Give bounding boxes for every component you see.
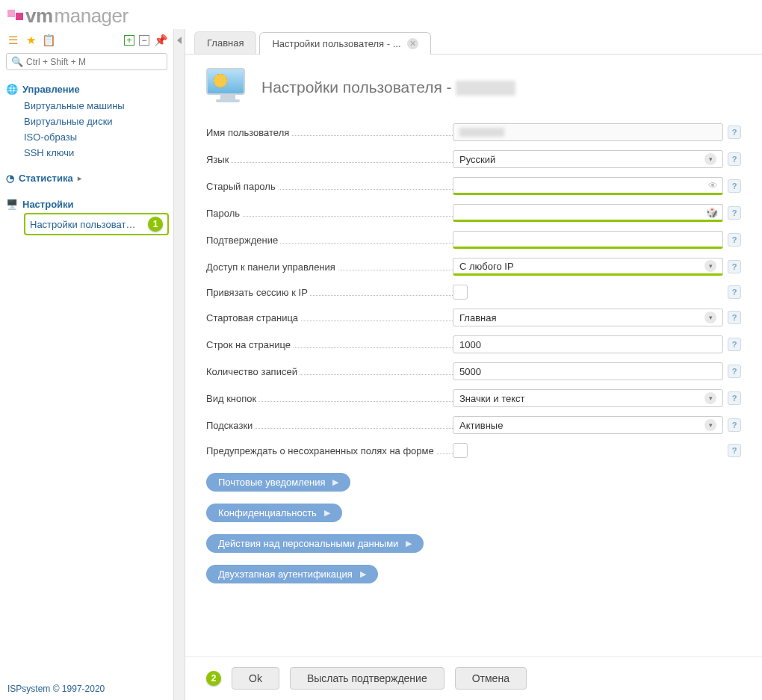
bind-ip-checkbox[interactable] [453,285,468,300]
help-icon[interactable]: ? [728,206,741,220]
username-redacted [456,81,515,96]
lang-select[interactable]: Русский▾ [453,150,723,168]
clipboard-icon[interactable]: 📋 [42,34,55,47]
help-icon[interactable]: ? [728,179,741,193]
nav-item-ssh[interactable]: SSH ключи [24,145,173,161]
chevron-down-icon: ▾ [704,419,716,431]
nav-item-user-settings[interactable]: Настройки пользоват… 1 [24,213,169,235]
warn-label: Предупреждать о несохраненных полях на ф… [206,445,436,456]
action-bar: 2 Ok Выслать подтверждение Отмена [185,656,762,700]
search-input[interactable]: 🔍 [6,53,167,70]
nav-item-disks[interactable]: Виртуальные диски [24,114,173,129]
step-badge-2: 2 [206,671,221,686]
help-icon[interactable]: ? [728,418,741,432]
section-mail[interactable]: Почтовые уведомления▶ [206,473,350,492]
chevron-right-icon: ▶ [324,508,330,518]
nav-item-vms[interactable]: Виртуальные машины [24,98,173,114]
close-icon[interactable]: ✕ [407,38,418,49]
startpage-select[interactable]: Главная▾ [453,309,723,326]
sidebar-collapse[interactable] [173,29,185,700]
search-field[interactable] [26,57,162,67]
help-icon[interactable]: ? [728,444,741,457]
rows-field[interactable]: 1000 [453,335,723,353]
buttons-label: Вид кнопок [206,393,258,404]
oldpw-label: Старый пароль [206,181,278,192]
pw-label: Пароль [206,208,242,219]
pie-icon: ◔ [6,173,14,184]
chevron-down-icon: ▾ [704,260,716,272]
hints-select[interactable]: Активные▾ [453,416,723,434]
globe-icon: 🌐 [6,84,18,95]
access-select[interactable]: С любого IP▾ [453,258,723,276]
records-label: Количество записей [206,366,300,377]
logo-icon [7,13,24,20]
chevron-down-icon: ▾ [704,153,716,165]
cancel-button[interactable]: Отмена [455,667,527,690]
tab-user-settings[interactable]: Настройки пользователя - ... ✕ [259,32,430,55]
lang-label: Язык [206,154,231,165]
ok-button[interactable]: Ok [232,667,279,690]
help-icon[interactable]: ? [728,152,741,166]
nav-group-settings[interactable]: 🖥️ Настройки [6,196,173,213]
pin-icon[interactable]: 📌 [154,34,167,47]
send-confirmation-button[interactable]: Выслать подтверждение [290,667,444,690]
list-icon[interactable]: ☰ [6,34,19,47]
chevron-down-icon: ▾ [704,312,716,323]
help-icon[interactable]: ? [728,126,741,139]
sidebar: ☰ ★ 📋 + − 📌 🔍 🌐 Управление [0,29,173,700]
monitor-icon: 🖥️ [6,199,18,210]
tab-bar: Главная Настройки пользователя - ... ✕ [185,29,762,55]
tab-main[interactable]: Главная [194,31,256,54]
help-icon[interactable]: ? [728,311,741,324]
step-badge-1: 1 [148,217,163,232]
dice-icon[interactable]: 🎲 [706,207,718,218]
collapse-left-icon [177,37,182,44]
star-icon[interactable]: ★ [24,34,37,47]
chevron-right-icon: ▶ [332,477,338,487]
old-password-field[interactable]: 👁 [453,177,723,195]
confirm-password-field[interactable] [453,231,723,249]
hints-label: Подсказки [206,420,255,431]
logo-area: vmmanager [0,0,762,29]
confirm-label: Подтверждение [206,235,280,246]
nav-group-management[interactable]: 🌐 Управление [6,81,173,98]
startpage-label: Стартовая страница [206,312,300,323]
help-icon[interactable]: ? [728,391,741,405]
nav-item-iso[interactable]: ISO-образы [24,129,173,145]
plus-icon[interactable]: + [124,35,134,46]
username-label: Имя пользователя [206,127,291,138]
password-field[interactable]: 🎲 [453,204,723,222]
minus-icon[interactable]: − [139,35,149,46]
chevron-down-icon: ▾ [704,392,716,404]
access-label: Доступ к панели управления [206,261,338,273]
help-icon[interactable]: ? [728,260,741,273]
rows-label: Строк на странице [206,339,293,350]
warn-unsaved-checkbox[interactable] [453,443,468,458]
nav-group-stats[interactable]: ◔ Статистика ▸ [6,170,173,187]
section-2fa[interactable]: Двухэтапная аутентификация▶ [206,565,378,583]
records-field[interactable]: 5000 [453,362,723,380]
section-privacy[interactable]: Конфиденциальность▶ [206,504,342,522]
page-title: Настройки пользователя - [206,68,741,107]
section-personal-data[interactable]: Действия над персональными данными▶ [206,534,424,553]
username-field [453,123,723,141]
eye-icon[interactable]: 👁 [708,180,718,191]
help-icon[interactable]: ? [728,233,741,247]
help-icon[interactable]: ? [728,365,741,378]
chevron-right-icon: ▸ [78,174,81,182]
logo-bold: vm [25,4,53,28]
logo-light: manager [55,4,128,28]
button-style-select[interactable]: Значки и текст▾ [453,389,723,407]
search-icon: 🔍 [11,56,23,67]
settings-monitor-icon [206,68,250,107]
chevron-right-icon: ▶ [360,569,366,579]
help-icon[interactable]: ? [728,285,741,299]
chevron-right-icon: ▶ [406,539,412,548]
help-icon[interactable]: ? [728,338,741,351]
bindip-label: Привязать сессию к IP [206,287,310,298]
footer-copyright: ISPsystem © 1997-2020 [0,678,173,700]
